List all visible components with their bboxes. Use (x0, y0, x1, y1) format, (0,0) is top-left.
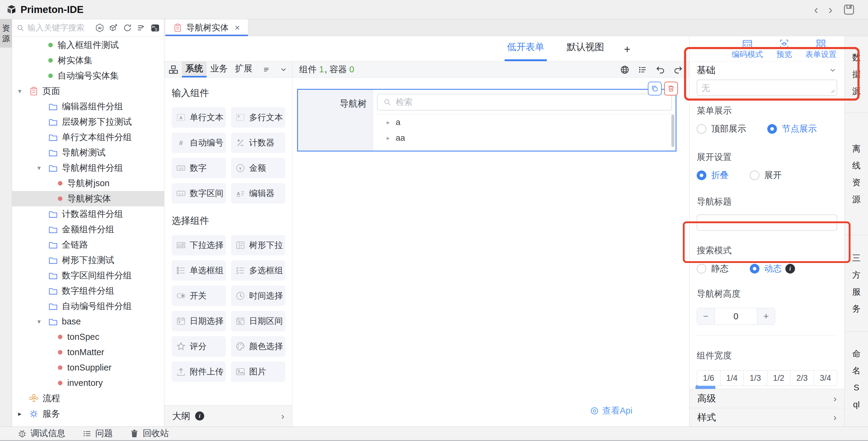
stepper-plus-button[interactable]: + (757, 308, 775, 325)
redo-icon[interactable] (673, 65, 683, 75)
tree-row[interactable]: 计数器组件分组 (12, 206, 164, 222)
close-icon[interactable]: × (235, 23, 240, 33)
right-strip-tab[interactable]: 数据源 (845, 36, 868, 113)
radio-option[interactable]: 展开 (750, 169, 782, 181)
tree-row[interactable]: ▸服务 (12, 406, 164, 421)
palette-tab[interactable]: 业务 (207, 62, 231, 77)
style-section-header[interactable]: 样式 › (689, 408, 844, 427)
tree-row[interactable]: 导航树测试 (12, 145, 164, 160)
palette-item[interactable]: A多行文本 (231, 107, 285, 128)
tree-row[interactable]: 树形下拉测试 (12, 252, 164, 268)
palette-item[interactable]: 123数字 (172, 158, 226, 178)
palette-item[interactable]: 评分 (172, 336, 226, 357)
radio-option[interactable]: 静态 (697, 263, 728, 275)
palette-item[interactable]: 日期区间 (231, 311, 285, 331)
tree-row[interactable]: ▾导航树组件分组 (12, 160, 164, 176)
radio-selected-icon[interactable] (697, 170, 706, 180)
width-option[interactable]: 1/4 (720, 371, 744, 385)
tree-row[interactable]: inventory (12, 375, 164, 391)
sort-icon[interactable] (136, 23, 146, 33)
tree-row[interactable]: 数字组件分组 (12, 283, 164, 299)
refresh-icon[interactable] (123, 23, 132, 33)
tree-row[interactable]: ▾页面 (12, 83, 164, 99)
radio-icon[interactable] (697, 124, 706, 134)
undo-icon[interactable] (655, 65, 665, 75)
stepper-value[interactable]: 0 (714, 308, 757, 325)
palette-item[interactable]: #自动编号 (172, 133, 226, 153)
palette-item[interactable]: 附件上传 (172, 362, 226, 382)
tree-row[interactable]: 导航树json (12, 176, 164, 191)
forward-arrow-icon[interactable]: › (829, 4, 832, 16)
view-tab[interactable]: 低开表单 (504, 41, 547, 61)
tree-row[interactable]: 编辑器组件分组 (12, 99, 164, 114)
back-arrow-icon[interactable]: ‹ (814, 4, 818, 16)
radio-selected-icon[interactable] (767, 124, 777, 134)
palette-item[interactable]: 多选框组 (231, 260, 285, 281)
caret-right-icon[interactable]: ▸ (386, 134, 390, 142)
palette-item[interactable]: 开关 (172, 285, 226, 306)
tree-row[interactable]: tonSpec (12, 329, 164, 345)
scrollbar-thumb[interactable] (671, 114, 674, 147)
caret-down-icon[interactable]: ▾ (18, 87, 29, 95)
tree-row[interactable]: 层级树形下拉测试 (12, 114, 164, 130)
basic-section-header[interactable]: 基础 (689, 62, 844, 79)
radio-option[interactable]: 动态i (750, 263, 795, 275)
editor-tab-nav-tree-entity[interactable]: 导航树实体 × (165, 19, 248, 36)
palette-item[interactable]: 1~3数字区间 (172, 183, 226, 204)
chevron-down-icon[interactable] (279, 65, 288, 74)
tree-row[interactable]: 自动编号组件分组 (12, 299, 164, 314)
explorer-search-input[interactable]: 输入关键字搜索 (27, 22, 92, 33)
tree-row[interactable]: 输入框组件测试 (12, 37, 164, 53)
radio-option[interactable]: 节点展示 (767, 123, 817, 135)
palette-item[interactable]: A编辑器 (231, 183, 285, 204)
radio-option[interactable]: 折叠 (697, 169, 728, 181)
caret-down-icon[interactable]: ▾ (37, 164, 48, 172)
basic-value-textarea[interactable]: 无 (697, 79, 837, 96)
view-api-link[interactable]: 查看Api (590, 405, 632, 417)
ai-icon[interactable]: AI (95, 23, 104, 33)
outline-bar[interactable]: 大纲 i › (164, 405, 292, 427)
statusbar-item-回收站[interactable]: 回收站 (130, 428, 169, 440)
right-strip-tab[interactable]: 命名Sql (845, 332, 868, 427)
form-canvas[interactable]: 导航树 检索 ▸a▸aa (292, 78, 689, 427)
resize-grip-icon[interactable] (830, 89, 835, 94)
palette-item[interactable]: 图片 (231, 362, 285, 382)
tree-row[interactable]: 单行文本组件分组 (12, 130, 164, 145)
palette-item[interactable]: 单选框组 (172, 260, 226, 281)
tree-row[interactable]: 导航树实体 (12, 191, 164, 206)
inspector-action-表单设置[interactable]: 表单设置 (805, 39, 837, 59)
globe-icon[interactable] (620, 65, 630, 75)
right-strip-tab[interactable]: 三方服务 (845, 235, 868, 332)
tree-list-icon[interactable] (638, 65, 648, 75)
palette-item[interactable]: 下拉选择 (172, 235, 226, 256)
palette-item[interactable]: 颜色选择 (231, 336, 285, 357)
copy-component-button[interactable] (648, 81, 662, 96)
radio-icon[interactable] (697, 264, 706, 273)
statusbar-item-调试信息[interactable]: 调试信息 (18, 428, 65, 440)
radio-icon[interactable] (750, 170, 760, 180)
nav-tree-node[interactable]: ▸a (377, 114, 672, 130)
caret-right-icon[interactable]: ▸ (386, 119, 390, 126)
tree-row[interactable]: tonMatter (12, 345, 164, 360)
inspector-action-预览[interactable]: 预览 (776, 39, 792, 59)
tree-row[interactable]: ▾base (12, 314, 164, 329)
inspector-action-编码模式[interactable]: 编码模式 (732, 39, 763, 59)
stepper-minus-button[interactable]: − (697, 308, 714, 325)
tree-row[interactable]: tonSupplier (12, 360, 164, 375)
tree-row[interactable]: 自动编号实体集 (12, 68, 164, 83)
width-option[interactable]: 1/3 (744, 371, 767, 385)
caret-down-icon[interactable]: ▾ (37, 318, 48, 326)
tree-row[interactable]: 流程 (12, 391, 164, 406)
statusbar-item-问题[interactable]: 问题 (82, 428, 113, 440)
save-icon[interactable] (843, 3, 855, 16)
palette-item[interactable]: A单行文本 (172, 107, 226, 128)
menu-lines-icon[interactable] (263, 66, 270, 73)
palette-item[interactable]: 时间选择 (231, 285, 285, 306)
width-option[interactable]: 2/3 (790, 371, 814, 385)
nav-tree-component[interactable]: 导航树 检索 ▸a▸aa (297, 89, 677, 151)
palette-item[interactable]: 计数器 (231, 133, 285, 153)
view-tab[interactable]: 默认视图 (564, 41, 607, 61)
tree-row[interactable]: 树实体集 (12, 53, 164, 68)
cube-plus-icon[interactable] (109, 23, 118, 33)
nav-title-input[interactable] (697, 214, 837, 231)
